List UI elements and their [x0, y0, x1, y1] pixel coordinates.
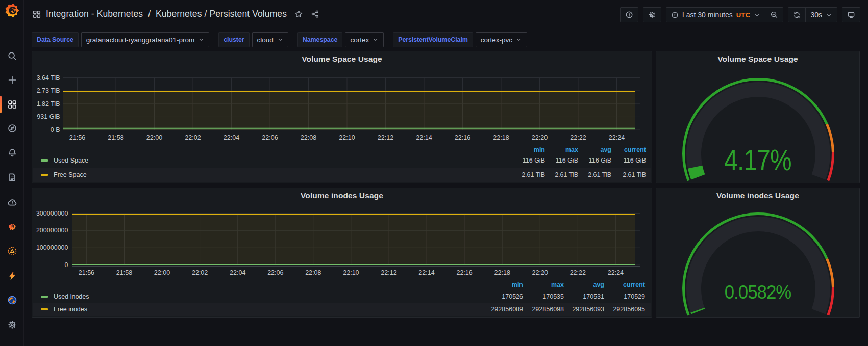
svg-text:22:14: 22:14	[416, 134, 432, 141]
sidebar-item-settings-gear[interactable]	[0, 314, 24, 335]
legend-stat-value: 170535	[518, 293, 564, 300]
legend-series-name[interactable]: Used Space	[54, 157, 88, 164]
svg-text:2.73 TiB: 2.73 TiB	[37, 87, 60, 94]
cloud-alert-icon	[7, 197, 17, 207]
breadcrumb-separator: /	[147, 9, 151, 19]
apps-grid-icon	[32, 10, 41, 19]
variable-dropdown[interactable]: grafanacloud-ryanggrafana01-prom	[81, 32, 209, 47]
legend-column-header[interactable]: current	[609, 281, 645, 288]
time-range-picker[interactable]: Last 30 minutes UTC	[666, 8, 765, 22]
svg-text:22:16: 22:16	[455, 134, 470, 141]
legend-column-header[interactable]: min	[509, 146, 545, 153]
sidebar-item-machine-learning[interactable]	[0, 217, 24, 237]
gauge-value: 0.0582%	[662, 279, 853, 306]
legend-series-swatch	[41, 308, 48, 310]
gear-icon	[648, 11, 656, 19]
sidebar-item-incident[interactable]	[0, 241, 24, 261]
refresh-interval-picker[interactable]: 30s	[805, 8, 837, 22]
svg-text:22:14: 22:14	[418, 269, 434, 276]
document-icon	[7, 172, 17, 182]
variable-value: grafanacloud-ryanggrafana01-prom	[86, 36, 194, 44]
refresh-button[interactable]	[788, 8, 805, 22]
time-controls: Last 30 minutes UTC	[666, 7, 783, 22]
legend-column-header[interactable]: avg	[568, 281, 604, 288]
sidebar-item-plus[interactable]	[0, 70, 24, 90]
share-icon[interactable]	[311, 10, 319, 18]
monitor-icon	[847, 11, 855, 19]
svg-text:22:16: 22:16	[456, 269, 472, 276]
svg-text:22:22: 22:22	[570, 269, 586, 276]
panel-info-button[interactable]	[620, 7, 638, 22]
legend-column-header[interactable]: max	[542, 146, 578, 153]
legend-series-swatch	[41, 174, 48, 176]
variable-data-source: Data Sourcegrafanacloud-ryanggrafana01-p…	[32, 32, 209, 47]
sidebar-item-alerting-bell[interactable]	[0, 143, 24, 163]
legend-series-name[interactable]: Free inodes	[54, 306, 87, 313]
navbar-controls: Last 30 minutes UTC 30s	[620, 7, 860, 22]
svg-text:22:12: 22:12	[378, 134, 393, 141]
variable-label: Data Source	[32, 32, 79, 47]
search-minus-icon	[770, 11, 778, 19]
legend-stat-value: 170526	[477, 293, 523, 300]
legend-row: Free Space2.61 TiB2.61 TiB2.61 TiB2.61 T…	[33, 168, 651, 182]
breadcrumb-folder[interactable]: Integration - Kubernetes	[46, 9, 143, 19]
svg-text:22:12: 22:12	[381, 269, 396, 276]
svg-text:22:08: 22:08	[301, 134, 316, 141]
variable-dropdown[interactable]: cloud	[252, 32, 288, 47]
sidebar-item-document[interactable]	[0, 167, 24, 188]
sidebar-item-cloud-alert[interactable]	[0, 192, 24, 212]
legend-stat-value: 170531	[558, 293, 604, 300]
zoom-out-button[interactable]	[765, 8, 783, 22]
svg-text:22:06: 22:06	[262, 134, 278, 141]
svg-text:22:20: 22:20	[532, 134, 548, 141]
legend-column-header[interactable]: min	[487, 281, 523, 288]
svg-text:22:18: 22:18	[493, 134, 509, 141]
variable-cluster: clustercloud	[218, 32, 288, 47]
dashboard-variables: Data Sourcegrafanacloud-ryanggrafana01-p…	[32, 32, 534, 47]
incident-icon	[7, 246, 17, 256]
legend-row: Used inodes170526170535170531170529	[33, 290, 651, 303]
variable-dropdown[interactable]: cortex-pvc	[476, 32, 527, 47]
svg-text:22:18: 22:18	[494, 269, 510, 276]
chevron-down-icon	[516, 37, 522, 43]
sidebar-item-explore-compass[interactable]	[0, 118, 24, 139]
cycle-view-button[interactable]	[842, 7, 860, 22]
svg-text:21:58: 21:58	[108, 134, 123, 141]
legend-series-name[interactable]: Free Space	[54, 171, 87, 178]
sidebar-item-performance-bolt[interactable]	[0, 265, 24, 286]
sidebar-item-dashboards[interactable]	[0, 94, 24, 115]
legend-column-header[interactable]: avg	[576, 146, 611, 153]
dashboard-settings-button[interactable]	[643, 7, 661, 22]
sidebar-item-web-globe[interactable]	[0, 290, 24, 310]
svg-text:22:10: 22:10	[339, 134, 355, 141]
star-icon[interactable]	[294, 10, 303, 18]
svg-text:1.82 TiB: 1.82 TiB	[37, 100, 60, 108]
web-globe-icon	[7, 295, 17, 305]
svg-text:200000000: 200000000	[36, 227, 68, 234]
legend-column-header[interactable]: current	[610, 146, 646, 153]
svg-text:300000000: 300000000	[36, 210, 68, 217]
grafana-dashboard: Integration - Kubernetes / Kubernetes / …	[0, 0, 868, 346]
variable-dropdown[interactable]: cortex	[345, 32, 384, 47]
variable-value: cloud	[257, 36, 274, 44]
legend-stat-value: 292856095	[599, 306, 645, 313]
time-range-label: Last 30 minutes	[682, 11, 733, 19]
breadcrumb-dashboard[interactable]: Kubernetes / Persistent Volumes	[156, 9, 287, 19]
sidebar-item-search[interactable]	[0, 46, 24, 66]
refresh-interval-label: 30s	[810, 11, 822, 19]
timeseries-panel: Volume Space Usage0 B931 GiB1.82 TiB2.73…	[32, 51, 652, 183]
variable-namespace: Namespacecortex	[297, 32, 384, 47]
svg-text:22:24: 22:24	[609, 134, 625, 141]
svg-text:0: 0	[65, 261, 68, 269]
legend-stat-value: 170529	[599, 293, 645, 300]
timezone-label: UTC	[736, 11, 751, 19]
grafana-logo[interactable]	[5, 4, 19, 17]
svg-text:22:02: 22:02	[185, 134, 201, 141]
legend-series-name[interactable]: Used inodes	[54, 293, 89, 300]
sidebar	[0, 0, 24, 346]
search-icon	[7, 51, 17, 61]
legend-stat-value: 2.61 TiB	[600, 171, 646, 178]
gauge-panel: Volume inodes Usage0.0582%	[656, 188, 860, 318]
legend-column-header[interactable]: max	[528, 281, 564, 288]
chevron-down-icon	[277, 37, 283, 43]
